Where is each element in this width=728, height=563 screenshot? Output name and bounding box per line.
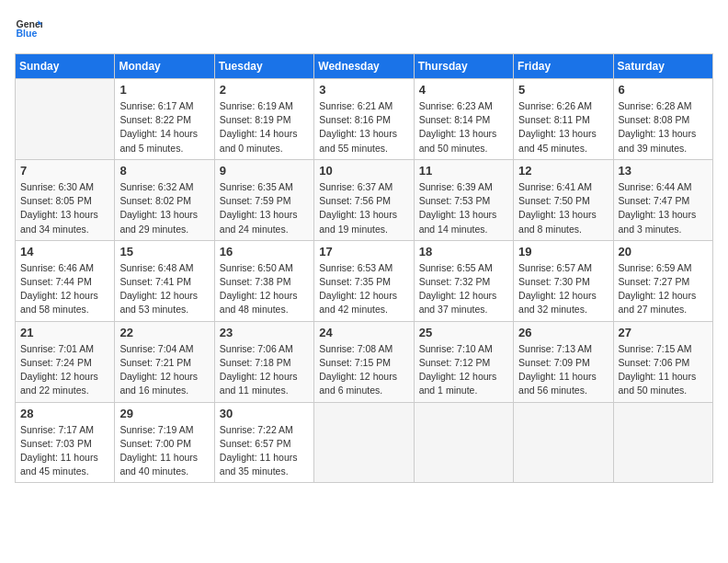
calendar-cell: 8Sunrise: 6:32 AMSunset: 8:02 PMDaylight… [115,159,214,240]
calendar-cell: 3Sunrise: 6:21 AMSunset: 8:16 PMDaylight… [314,79,414,160]
day-number: 22 [119,326,209,339]
day-info: Sunrise: 6:32 AMSunset: 8:02 PMDaylight:… [119,180,209,236]
day-info: Sunrise: 7:17 AMSunset: 7:03 PMDaylight:… [20,423,109,479]
day-info: Sunrise: 6:21 AMSunset: 8:16 PMDaylight:… [319,99,408,155]
day-info: Sunrise: 7:08 AMSunset: 7:15 PMDaylight:… [319,342,408,398]
day-number: 16 [220,245,309,259]
day-info: Sunrise: 7:22 AMSunset: 6:57 PMDaylight:… [220,423,309,479]
day-info: Sunrise: 6:44 AMSunset: 7:47 PMDaylight:… [619,180,708,236]
day-info: Sunrise: 6:23 AMSunset: 8:14 PMDaylight:… [419,99,508,155]
day-info: Sunrise: 7:10 AMSunset: 7:12 PMDaylight:… [419,342,508,398]
svg-text:Blue: Blue [17,28,38,39]
calendar-cell: 9Sunrise: 6:35 AMSunset: 7:59 PMDaylight… [214,159,313,240]
day-number: 29 [119,407,209,420]
calendar-cell: 27Sunrise: 7:15 AMSunset: 7:06 PMDayligh… [613,321,712,402]
day-number: 1 [119,83,209,97]
day-info: Sunrise: 6:35 AMSunset: 7:59 PMDaylight:… [220,180,309,236]
col-header-wednesday: Wednesday [314,54,414,79]
col-header-saturday: Saturday [613,54,712,79]
day-info: Sunrise: 6:41 AMSunset: 7:50 PMDaylight:… [518,180,608,236]
day-number: 13 [619,164,708,178]
calendar-cell [16,79,115,160]
calendar-week-4: 21Sunrise: 7:01 AMSunset: 7:24 PMDayligh… [16,321,713,402]
calendar-cell: 2Sunrise: 6:19 AMSunset: 8:19 PMDaylight… [214,79,313,160]
day-number: 23 [220,326,309,339]
col-header-thursday: Thursday [414,54,513,79]
day-number: 10 [319,164,408,178]
calendar-table: SundayMondayTuesdayWednesdayThursdayFrid… [15,53,713,483]
calendar-cell: 4Sunrise: 6:23 AMSunset: 8:14 PMDaylight… [414,79,513,160]
calendar-cell: 23Sunrise: 7:06 AMSunset: 7:18 PMDayligh… [214,321,313,402]
day-number: 12 [518,164,608,178]
day-number: 17 [319,245,408,259]
day-number: 27 [619,326,708,339]
day-info: Sunrise: 6:30 AMSunset: 8:05 PMDaylight:… [20,180,109,236]
day-number: 3 [319,83,408,97]
day-number: 30 [220,407,309,420]
calendar-cell: 26Sunrise: 7:13 AMSunset: 7:09 PMDayligh… [514,321,613,402]
day-number: 19 [518,245,608,259]
calendar-week-1: 1Sunrise: 6:17 AMSunset: 8:22 PMDaylight… [16,79,713,160]
calendar-cell: 22Sunrise: 7:04 AMSunset: 7:21 PMDayligh… [115,321,214,402]
day-number: 18 [419,245,508,259]
calendar-cell: 14Sunrise: 6:46 AMSunset: 7:44 PMDayligh… [16,240,115,321]
day-number: 21 [20,326,109,339]
calendar-cell: 28Sunrise: 7:17 AMSunset: 7:03 PMDayligh… [16,402,115,483]
day-info: Sunrise: 7:13 AMSunset: 7:09 PMDaylight:… [518,342,608,398]
calendar-cell: 1Sunrise: 6:17 AMSunset: 8:22 PMDaylight… [115,79,214,160]
page-header: General Blue [15,15,713,42]
day-number: 7 [20,164,109,178]
day-number: 15 [119,245,209,259]
day-number: 26 [518,326,608,339]
day-info: Sunrise: 6:39 AMSunset: 7:53 PMDaylight:… [419,180,508,236]
day-number: 6 [619,83,708,97]
day-info: Sunrise: 7:15 AMSunset: 7:06 PMDaylight:… [619,342,708,398]
day-number: 28 [20,407,109,420]
day-info: Sunrise: 7:01 AMSunset: 7:24 PMDaylight:… [20,342,109,398]
calendar-cell: 5Sunrise: 6:26 AMSunset: 8:11 PMDaylight… [514,79,613,160]
calendar-cell: 11Sunrise: 6:39 AMSunset: 7:53 PMDayligh… [414,159,513,240]
calendar-header-row: SundayMondayTuesdayWednesdayThursdayFrid… [16,54,713,79]
day-number: 20 [619,245,708,259]
col-header-sunday: Sunday [16,54,115,79]
calendar-cell: 19Sunrise: 6:57 AMSunset: 7:30 PMDayligh… [514,240,613,321]
day-number: 2 [220,83,309,97]
col-header-monday: Monday [115,54,214,79]
calendar-week-5: 28Sunrise: 7:17 AMSunset: 7:03 PMDayligh… [16,402,713,483]
calendar-body: 1Sunrise: 6:17 AMSunset: 8:22 PMDaylight… [16,79,713,483]
day-info: Sunrise: 6:19 AMSunset: 8:19 PMDaylight:… [220,99,309,155]
day-number: 8 [119,164,209,178]
calendar-cell: 30Sunrise: 7:22 AMSunset: 6:57 PMDayligh… [214,402,313,483]
day-info: Sunrise: 6:26 AMSunset: 8:11 PMDaylight:… [518,99,608,155]
calendar-cell [514,402,613,483]
day-number: 14 [20,245,109,259]
day-number: 4 [419,83,508,97]
calendar-cell: 6Sunrise: 6:28 AMSunset: 8:08 PMDaylight… [613,79,712,160]
calendar-cell [414,402,513,483]
day-info: Sunrise: 6:17 AMSunset: 8:22 PMDaylight:… [119,99,209,155]
col-header-friday: Friday [514,54,613,79]
calendar-cell: 7Sunrise: 6:30 AMSunset: 8:05 PMDaylight… [16,159,115,240]
day-info: Sunrise: 6:50 AMSunset: 7:38 PMDaylight:… [220,261,309,317]
calendar-week-3: 14Sunrise: 6:46 AMSunset: 7:44 PMDayligh… [16,240,713,321]
logo-icon: General Blue [15,15,42,42]
calendar-cell: 17Sunrise: 6:53 AMSunset: 7:35 PMDayligh… [314,240,414,321]
day-number: 9 [220,164,309,178]
calendar-cell: 20Sunrise: 6:59 AMSunset: 7:27 PMDayligh… [613,240,712,321]
calendar-cell: 16Sunrise: 6:50 AMSunset: 7:38 PMDayligh… [214,240,313,321]
calendar-cell: 10Sunrise: 6:37 AMSunset: 7:56 PMDayligh… [314,159,414,240]
calendar-cell: 24Sunrise: 7:08 AMSunset: 7:15 PMDayligh… [314,321,414,402]
day-number: 11 [419,164,508,178]
calendar-cell: 12Sunrise: 6:41 AMSunset: 7:50 PMDayligh… [514,159,613,240]
calendar-cell [613,402,712,483]
day-number: 25 [419,326,508,339]
day-number: 5 [518,83,608,97]
day-info: Sunrise: 6:48 AMSunset: 7:41 PMDaylight:… [119,261,209,317]
col-header-tuesday: Tuesday [214,54,313,79]
day-info: Sunrise: 6:28 AMSunset: 8:08 PMDaylight:… [619,99,708,155]
calendar-cell: 25Sunrise: 7:10 AMSunset: 7:12 PMDayligh… [414,321,513,402]
logo: General Blue [15,15,46,42]
day-info: Sunrise: 6:53 AMSunset: 7:35 PMDaylight:… [319,261,408,317]
calendar-cell: 21Sunrise: 7:01 AMSunset: 7:24 PMDayligh… [16,321,115,402]
day-info: Sunrise: 6:37 AMSunset: 7:56 PMDaylight:… [319,180,408,236]
